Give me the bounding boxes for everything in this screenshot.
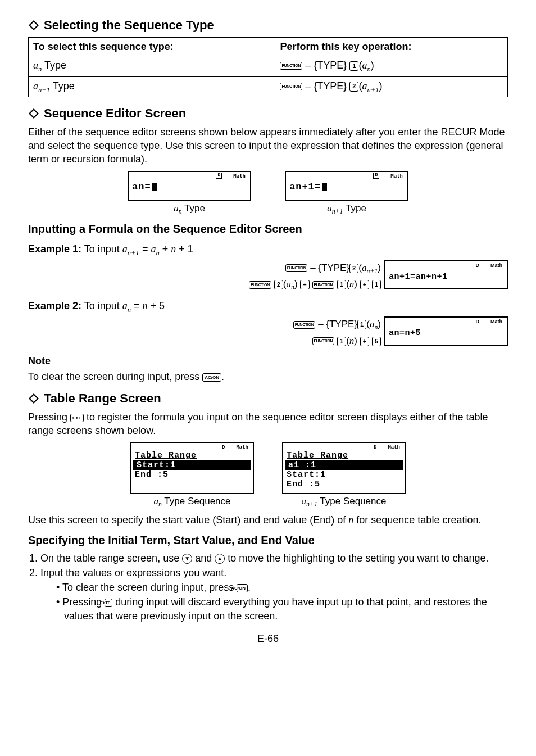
exit-key-icon: EXIT	[105, 599, 112, 607]
step-2: Input the values or expressions you want…	[40, 566, 508, 623]
section-selecting-sequence-type-heading: Selecting the Sequence Type	[28, 17, 508, 34]
bullet-1: • To clear the screen during input, pres…	[56, 581, 508, 594]
sub-bullet-list: • To clear the screen during input, pres…	[56, 581, 508, 623]
heading-text: Selecting the Sequence Type	[44, 17, 214, 34]
editor-screens-row: DMath an= an Type DMath an+1= an+1 Type	[28, 171, 508, 216]
cursor-icon	[152, 183, 157, 191]
key-1-icon: 1	[337, 280, 346, 289]
section-table-range-heading: Table Range Screen	[28, 390, 508, 407]
cell-type-an1: an+1 Type	[29, 76, 275, 97]
d-indicator-icon: D	[476, 262, 480, 269]
key-1-icon: 1	[349, 61, 358, 71]
table-header-type: To select this sequence type:	[29, 37, 275, 56]
note-heading: Note	[28, 354, 508, 368]
cell-op-an: FUNCTION – {TYPE} 1(an)	[275, 56, 508, 76]
key-1-icon: 1	[357, 320, 366, 329]
key-2-icon: 2	[349, 264, 358, 273]
function-key-icon: FUNCTION	[280, 83, 302, 90]
lcd-caption: an+1 Type	[285, 202, 408, 216]
function-key-icon: FUNCTION	[249, 281, 271, 289]
function-key-icon: FUNCTION	[293, 321, 316, 329]
table-range-screens-row: DMath Table Range Start:1 End :5 an Type…	[28, 442, 508, 509]
lcd-table-range-an1: DMath Table Range a1 :1 Start:1 End :5	[282, 442, 406, 494]
lcd-table-range-an: DMath Table Range Start:1 End :5	[130, 442, 254, 494]
cursor-icon	[322, 183, 327, 191]
table-range-description: Pressing EXE to register the formula you…	[28, 410, 508, 438]
up-arrow-icon: ▲	[215, 554, 225, 564]
key-1-icon: 1	[337, 337, 346, 346]
table-row: an Type FUNCTION – {TYPE} 1(an)	[29, 56, 508, 76]
table-header-operation: Perform this key operation:	[275, 37, 508, 56]
example-1-keyseq: FUNCTION – {TYPE}2(an+1) FUNCTION 2(an) …	[28, 260, 508, 293]
function-key-icon: FUNCTION	[280, 62, 302, 70]
steps-list: On the table range screen, use ▼ and ▲ t…	[40, 551, 508, 623]
heading-text: Table Range Screen	[44, 390, 161, 407]
math-indicator: Math	[490, 318, 502, 325]
math-indicator: Math	[388, 444, 400, 451]
lcd-screen-an: DMath an=	[128, 171, 251, 201]
math-indicator: Math	[490, 262, 502, 269]
cell-type-an: an Type	[29, 56, 275, 76]
d-indicator-icon: D	[374, 444, 376, 451]
lcd-screen-example1: DMath an+1=an+n+1	[384, 260, 508, 289]
math-indicator: Math	[236, 444, 248, 451]
key-1-icon: 1	[372, 280, 381, 289]
acon-key-icon: AC/ON	[202, 373, 221, 382]
key-5-icon: 5	[372, 337, 381, 346]
specifying-values-heading: Specifying the Initial Term, Start Value…	[28, 533, 508, 548]
example-2-line: Example 2: To input an = n + 5	[28, 299, 508, 315]
d-indicator-icon: D	[216, 173, 222, 179]
lcd-screen-example2: DMath an=n+5	[384, 316, 508, 346]
example-2-keyseq: FUNCTION – {TYPE}1(an) FUNCTION 1(n) + 5…	[28, 316, 508, 348]
math-indicator: Math	[233, 173, 246, 179]
lcd-caption: an+1 Type Sequence	[282, 495, 406, 509]
page-number: E-66	[28, 632, 508, 645]
down-arrow-icon: ▼	[182, 554, 192, 564]
lcd-caption: an Type	[128, 202, 251, 216]
plus-key-icon: +	[300, 280, 309, 289]
key-2-icon: 2	[274, 280, 283, 289]
lcd-screen-an1: DMath an+1=	[285, 171, 408, 201]
acon-key-icon: AC/ON	[237, 584, 248, 592]
math-indicator: Math	[390, 173, 403, 179]
step-1: On the table range screen, use ▼ and ▲ t…	[40, 551, 508, 565]
inputting-formula-heading: Inputting a Formula on the Sequence Edit…	[28, 221, 508, 237]
example-1-line: Example 1: To input an+1 = an + n + 1	[28, 242, 508, 258]
section-sequence-editor-heading: Sequence Editor Screen	[28, 105, 508, 122]
bullet-2: • Pressing EXIT during input will discar…	[56, 595, 508, 623]
sequence-editor-description: Either of the sequence editor screens sh…	[28, 125, 508, 166]
table-row: an+1 Type FUNCTION – {TYPE} 2(an+1)	[29, 76, 508, 97]
d-indicator-icon: D	[222, 444, 225, 451]
note-text: To clear the screen during input, press …	[28, 370, 508, 383]
d-indicator-icon: D	[373, 173, 379, 179]
key-2-icon: 2	[349, 82, 358, 91]
diamond-icon	[28, 393, 39, 404]
heading-text: Sequence Editor Screen	[44, 105, 186, 122]
table-range-usage: Use this screen to specify the start val…	[28, 513, 508, 527]
diamond-icon	[28, 108, 39, 119]
sequence-type-table: To select this sequence type: Perform th…	[28, 37, 508, 97]
diamond-icon	[28, 20, 39, 31]
plus-key-icon: +	[360, 337, 369, 346]
function-key-icon: FUNCTION	[285, 264, 308, 272]
d-indicator-icon: D	[476, 318, 480, 325]
plus-key-icon: +	[360, 280, 369, 289]
lcd-caption: an Type Sequence	[130, 495, 254, 509]
function-key-icon: FUNCTION	[312, 337, 335, 345]
function-key-icon: FUNCTION	[312, 281, 335, 289]
exe-key-icon: EXE	[70, 414, 84, 422]
cell-op-an1: FUNCTION – {TYPE} 2(an+1)	[275, 76, 508, 97]
